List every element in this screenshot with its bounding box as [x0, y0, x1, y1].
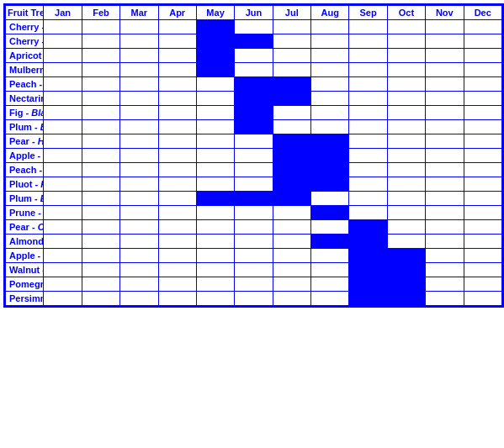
month-cell	[82, 235, 119, 249]
month-cell	[158, 63, 196, 77]
month-cell	[44, 220, 82, 235]
month-cell	[196, 192, 234, 206]
fruit-variety: Hosui Asian	[38, 136, 44, 146]
table-row: Pear - Hosui Asian	[6, 134, 502, 149]
header-row: Fruit Tree Jan Feb Mar Apr May Jun Jul A…	[6, 6, 502, 20]
fruit-type: Pomegranate	[9, 279, 44, 289]
month-cell	[120, 235, 158, 249]
month-cell	[82, 149, 119, 163]
month-cell	[349, 77, 387, 92]
month-cell	[44, 134, 82, 149]
month-cell	[349, 149, 387, 163]
fruit-name-cell: Pear - Hosui Asian	[6, 134, 44, 149]
month-cell	[82, 92, 119, 106]
month-cell	[387, 20, 425, 34]
month-cell	[349, 206, 387, 220]
month-cell	[273, 49, 310, 63]
month-cell	[120, 149, 158, 163]
table-row: Fig - Black Jack	[6, 106, 502, 120]
month-cell	[426, 34, 464, 49]
chart-container: Fruit Tree Jan Feb Mar Apr May Jun Jul A…	[3, 3, 504, 308]
month-cell	[273, 149, 310, 163]
month-cell	[273, 263, 310, 277]
month-cell	[196, 249, 234, 263]
table-row: Peach - Snow Beauty White	[6, 77, 502, 92]
month-cell	[158, 192, 196, 206]
table-row: Cherry - Royal Rainier	[6, 34, 502, 49]
month-cell	[196, 206, 234, 220]
fruit-tree-table: Fruit Tree Jan Feb Mar Apr May Jun Jul A…	[5, 5, 502, 306]
month-cell	[44, 149, 82, 163]
month-cell	[120, 177, 158, 192]
table-row: Pluot - Flavor King	[6, 177, 502, 192]
month-cell	[273, 249, 310, 263]
fruit-variety: Black Jack	[31, 108, 44, 118]
month-cell	[82, 163, 119, 177]
month-cell	[426, 235, 464, 249]
table-row: Apple - Gala	[6, 149, 502, 163]
fruit-type: Peach	[9, 79, 36, 89]
fruit-type: Nectarine	[9, 93, 44, 103]
col-header-feb: Feb	[82, 6, 119, 20]
table-row: Cherry - Craig's Crimson	[6, 20, 502, 34]
month-cell	[387, 77, 425, 92]
table-row: Pear - Comice	[6, 220, 502, 235]
fruit-name-cell: Plum - Burgundy	[6, 120, 44, 134]
month-cell	[235, 263, 273, 277]
month-cell	[235, 292, 273, 306]
month-cell	[387, 163, 425, 177]
col-header-aug: Aug	[311, 6, 349, 20]
month-cell	[311, 120, 349, 134]
month-cell	[44, 235, 82, 249]
month-cell	[273, 220, 310, 235]
month-cell	[426, 177, 464, 192]
month-cell	[44, 192, 82, 206]
month-cell	[311, 49, 349, 63]
fruit-name-cell: Walnut - Chandler	[6, 263, 44, 277]
fruit-name-cell: Persimmon - Fuyu	[6, 292, 44, 306]
month-cell	[235, 163, 273, 177]
fruit-type: Plum	[9, 122, 32, 132]
month-cell	[120, 77, 158, 92]
month-cell	[273, 163, 310, 177]
month-cell	[426, 49, 464, 63]
fruit-type: Cherry	[9, 36, 39, 46]
month-cell	[158, 206, 196, 220]
month-cell	[273, 77, 310, 92]
fruit-type: Fig	[9, 108, 24, 118]
month-cell	[349, 63, 387, 77]
month-cell	[464, 163, 502, 177]
month-cell	[349, 120, 387, 134]
month-cell	[235, 220, 273, 235]
month-cell	[158, 49, 196, 63]
month-cell	[120, 120, 158, 134]
month-cell	[196, 106, 234, 120]
fruit-type: Cherry	[9, 22, 39, 32]
month-cell	[387, 120, 425, 134]
col-header-apr: Apr	[158, 6, 196, 20]
table-row: Apple - Fuji	[6, 249, 502, 263]
col-header-jul: Jul	[273, 6, 310, 20]
month-cell	[426, 206, 464, 220]
col-header-sep: Sep	[349, 6, 387, 20]
month-cell	[82, 77, 119, 92]
fruit-type: Pear	[9, 222, 29, 232]
month-cell	[311, 92, 349, 106]
month-cell	[82, 120, 119, 134]
table-row: Pomegranate	[6, 277, 502, 292]
month-cell	[311, 63, 349, 77]
month-cell	[196, 277, 234, 292]
month-cell	[387, 149, 425, 163]
fruit-name-cell: Pear - Comice	[6, 220, 44, 235]
fruit-name-cell: Cherry - Craig's Crimson	[6, 20, 44, 34]
month-cell	[44, 120, 82, 134]
col-header-mar: Mar	[120, 6, 158, 20]
month-cell	[196, 235, 234, 249]
fruit-variety: Burgundy	[40, 122, 44, 132]
month-cell	[82, 177, 119, 192]
month-cell	[464, 63, 502, 77]
month-cell	[158, 277, 196, 292]
month-cell	[158, 92, 196, 106]
month-cell	[196, 63, 234, 77]
month-cell	[273, 63, 310, 77]
